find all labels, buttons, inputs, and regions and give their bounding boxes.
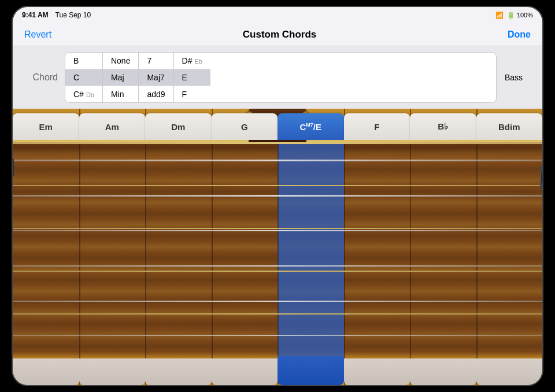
picker-cell-Maj[interactable]: Maj xyxy=(103,69,138,86)
chord-label: Chord xyxy=(24,72,65,83)
side-button-left[interactable] xyxy=(12,158,14,176)
chord-btn-Em-label: Em xyxy=(39,122,53,132)
chord-btn-Dm-label: Dm xyxy=(171,122,185,132)
chord-btn-Em[interactable]: Em xyxy=(13,112,79,141)
chord-btn-Am-label: Am xyxy=(105,122,119,132)
picker-cell-Dsharp[interactable]: D# Eb xyxy=(174,53,210,69)
status-left: 9:41 AM Tue Sep 10 xyxy=(22,11,91,19)
bass-label: Bass xyxy=(497,69,531,86)
bottom-pick-Dm xyxy=(145,356,212,385)
string-2 xyxy=(13,195,542,197)
bottom-picks xyxy=(13,356,542,385)
picker-columns: B C C# Db None Maj Min 7 Maj7 add9 xyxy=(65,52,497,103)
chord-picker: Chord B C C# Db None Maj Min xyxy=(13,46,542,109)
picker-col-bass: D# Eb E F xyxy=(174,53,210,102)
chord-btn-Bdim-label: Bdim xyxy=(498,122,520,132)
bottom-pick-Em-shape xyxy=(13,358,79,385)
chord-btn-CM7E-shape: CM7/E xyxy=(278,113,344,140)
status-time: 9:41 AM xyxy=(22,11,49,19)
chord-btn-Bdim[interactable]: Bdim xyxy=(476,112,543,141)
chord-btn-Em-shape: Em xyxy=(13,113,79,140)
bottom-pick-CM7E-shape xyxy=(278,356,344,385)
chord-btn-Bb[interactable]: B♭ xyxy=(410,112,476,141)
bottom-pick-F-shape xyxy=(344,358,410,385)
home-button[interactable] xyxy=(540,168,543,187)
picker-cell-None[interactable]: None xyxy=(103,53,138,69)
picker-cell-Min[interactable]: Min xyxy=(103,86,138,102)
chord-buttons-row: Em Am Dm G xyxy=(13,109,542,141)
picker-cell-Maj7[interactable]: Maj7 xyxy=(139,69,173,86)
bottom-pick-Dm-shape xyxy=(145,358,212,385)
status-bar: 9:41 AM Tue Sep 10 📶 🔋 100% xyxy=(13,7,542,23)
chord-btn-CM7E-label: CM7/E xyxy=(299,122,321,132)
picker-cell-C[interactable]: C xyxy=(65,69,102,86)
picker-cell-7[interactable]: 7 xyxy=(139,53,173,69)
home-button-container[interactable] xyxy=(540,166,543,189)
bottom-pick-G xyxy=(212,356,278,385)
chord-btn-Am-shape: Am xyxy=(79,113,146,140)
revert-button[interactable]: Revert xyxy=(24,29,51,40)
strings-container xyxy=(13,142,542,362)
status-right: 📶 🔋 100% xyxy=(495,12,533,19)
status-date: Tue Sep 10 xyxy=(56,11,91,19)
chord-btn-G-shape: G xyxy=(212,113,278,140)
picker-cell-E[interactable]: E xyxy=(174,69,210,86)
chord-btn-Bb-label: B♭ xyxy=(438,121,448,132)
picker-col-quality: None Maj Min xyxy=(103,53,139,102)
bottom-pick-Bb xyxy=(410,356,476,385)
bottom-pick-CM7E xyxy=(278,356,344,385)
picker-col-extension: 7 Maj7 add9 xyxy=(139,53,173,102)
ipad-screen: 9:41 AM Tue Sep 10 📶 🔋 100% Revert Custo… xyxy=(13,7,542,385)
string-3 xyxy=(13,230,542,231)
ipad-frame: 9:41 AM Tue Sep 10 📶 🔋 100% Revert Custo… xyxy=(12,6,543,386)
string-5 xyxy=(13,301,542,302)
bottom-pick-Bdim-shape xyxy=(476,358,543,385)
bottom-pick-Bb-shape xyxy=(410,358,476,385)
picker-cell-B[interactable]: B xyxy=(65,53,102,69)
bottom-pick-Am xyxy=(79,356,146,385)
chord-btn-Am[interactable]: Am xyxy=(79,112,146,141)
string-4 xyxy=(13,265,542,267)
picker-cell-Csharp[interactable]: C# Db xyxy=(65,86,102,102)
bottom-pick-Am-shape xyxy=(79,358,146,385)
done-button[interactable]: Done xyxy=(508,29,531,40)
chord-btn-G-label: G xyxy=(241,122,248,132)
bottom-pick-Em xyxy=(13,356,79,385)
chord-btn-F[interactable]: F xyxy=(344,112,410,141)
fretboard: Em Am Dm G xyxy=(13,109,542,385)
bottom-pick-F xyxy=(344,356,410,385)
picker-col-root: B C C# Db xyxy=(65,53,103,102)
battery-icon: 🔋 100% xyxy=(507,12,533,19)
chord-btn-Bb-shape: B♭ xyxy=(410,113,476,140)
picker-cell-F[interactable]: F xyxy=(174,86,210,102)
chord-btn-F-label: F xyxy=(374,122,379,132)
page-title: Custom Chords xyxy=(243,29,317,40)
picker-cell-add9[interactable]: add9 xyxy=(139,86,173,102)
chord-btn-G[interactable]: G xyxy=(212,112,278,141)
chord-btn-Bdim-shape: Bdim xyxy=(476,113,543,140)
chord-btn-Dm-shape: Dm xyxy=(145,113,212,140)
chord-btn-Dm[interactable]: Dm xyxy=(145,112,212,141)
nav-bar: Revert Custom Chords Done xyxy=(13,23,542,46)
bottom-pick-Bdim xyxy=(476,356,543,385)
string-6 xyxy=(13,335,542,336)
chord-btn-F-shape: F xyxy=(344,113,410,140)
chord-btn-CM7E[interactable]: CM7/E xyxy=(278,112,344,141)
string-1 xyxy=(13,160,542,161)
bottom-pick-G-shape xyxy=(212,358,278,385)
wifi-icon: 📶 xyxy=(495,12,504,19)
